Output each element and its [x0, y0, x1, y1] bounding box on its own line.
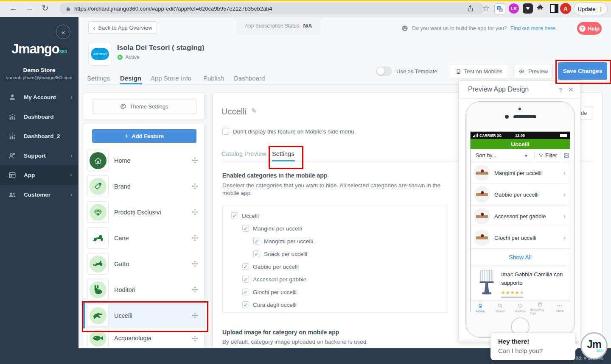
sidebar-collapse-button[interactable]: « [56, 25, 70, 39]
tab-dashboard[interactable]: Dashboard [234, 75, 265, 82]
profile-avatar[interactable]: A [560, 3, 571, 14]
phone-category-row[interactable]: Accessori per gabbie › [471, 206, 570, 227]
category-checkbox-checked[interactable]: ✓ [231, 212, 238, 219]
shield-extension-icon[interactable] [523, 3, 533, 14]
chat-bubble[interactable]: Hey there! Can I help you? [490, 333, 575, 360]
editor-title: Uccelli [221, 107, 247, 117]
feature-item-gatto[interactable]: Gatto [83, 251, 205, 277]
help-label: Help [588, 25, 600, 32]
tab-publish[interactable]: Publish [203, 75, 224, 82]
browser-forward-icon[interactable]: → [25, 4, 34, 12]
filter-label[interactable]: Filter [545, 153, 557, 158]
phone-tab-wishlist[interactable]: Wishlist [510, 300, 530, 316]
show-all-link[interactable]: Show All [509, 254, 532, 261]
phone-category-row[interactable]: Mangimi per uccelli › [471, 162, 570, 184]
filter-funnel-icon[interactable] [538, 153, 544, 158]
tab-catalog-preview[interactable]: Catalog Preview [221, 150, 266, 157]
lr-extension-icon[interactable]: LR [509, 3, 519, 14]
back-to-app-overview-button[interactable]: ‹ Back to App Overview [88, 21, 157, 34]
kebab-menu-icon[interactable]: ⋮ [598, 6, 603, 12]
feature-item-home[interactable]: Home [83, 147, 205, 174]
category-checkbox-checked[interactable]: ✓ [242, 276, 249, 283]
phone-tab-shopping-cart[interactable]: Shopping Cart [530, 300, 550, 316]
promo-banner: Do you want us to build the app for you?… [401, 25, 557, 32]
edit-pencil-icon[interactable]: ✎ [251, 107, 257, 115]
sidebar-item-app[interactable]: App › [0, 165, 78, 185]
move-icon[interactable] [191, 183, 199, 190]
extensions-puzzle-icon[interactable] [536, 4, 544, 11]
sort-by-dropdown[interactable]: Sort by... [476, 153, 496, 158]
sidebar-item-dashboard-2[interactable]: Dashboard_2 [0, 126, 78, 146]
tree-item: ✓Mangimi per uccelli [242, 225, 302, 232]
help-button[interactable]: ? Help [577, 22, 602, 35]
sidebar-item-support[interactable]: Support ‹ [0, 146, 78, 165]
move-icon[interactable] [191, 157, 199, 164]
move-icon[interactable] [191, 208, 199, 216]
sidebar-item-my-account[interactable]: My Account ‹ [0, 87, 78, 107]
phone-product-row[interactable]: Imac Gabbia Camilla consupporto ★★★★★ [471, 266, 570, 300]
list-view-icon[interactable] [563, 153, 569, 158]
chat-launcher-logo[interactable]: Jm 360 [580, 332, 608, 359]
move-icon[interactable] [191, 260, 199, 267]
move-icon[interactable] [191, 312, 199, 319]
url-text[interactable]: https://orchard.jmango360.com/#app-edit?… [74, 6, 272, 12]
phone-category-row[interactable]: Gabbie per uccelli › [471, 184, 570, 206]
phone-tab-search[interactable]: Search [490, 300, 510, 316]
tab-app-store-info[interactable]: App Store Info [151, 75, 191, 82]
category-checkbox-checked[interactable]: ✓ [242, 263, 249, 270]
category-checkbox-checked[interactable]: ✓ [242, 301, 249, 308]
split-view-icon[interactable] [550, 4, 558, 13]
move-icon[interactable] [191, 234, 199, 242]
save-changes-button[interactable]: Save Changes [558, 62, 607, 80]
feature-item-cane[interactable]: Cane [83, 225, 205, 251]
promo-link[interactable]: Find out more here. [510, 25, 557, 31]
translate-extension-icon[interactable]: 文A [494, 3, 505, 14]
share-icon[interactable] [467, 4, 474, 12]
chevron-left-icon: ‹ [70, 191, 73, 198]
category-thumbnail [474, 208, 490, 224]
category-checkbox-checked[interactable]: ✓ [253, 250, 260, 257]
dropdown-caret-icon[interactable]: ▾ [525, 153, 527, 158]
move-icon[interactable] [191, 335, 199, 342]
feature-item-prodotti-esclusivi[interactable]: Prodotti Esclusivi [83, 199, 205, 225]
panel-help-icon[interactable]: ? [559, 86, 562, 94]
feature-item-acquariologia[interactable]: Acquariologia [83, 328, 205, 348]
feature-item-uccelli[interactable]: Uccelli [83, 303, 205, 329]
shopping-bag-icon [537, 301, 543, 307]
account-email: vananh.pham@jmango360.com [0, 75, 78, 80]
use-as-template-toggle[interactable] [376, 67, 392, 76]
browser-reload-icon[interactable]: ↻ [42, 4, 49, 12]
phone-tab-home[interactable]: Home [471, 300, 490, 316]
section-desc-line2: mobile app. [222, 190, 252, 196]
sidebar-item-customer[interactable]: Customer ‹ [0, 185, 78, 204]
tab-design[interactable]: Design [120, 75, 141, 82]
phone-category-row[interactable]: Giochi per uccelli › [471, 227, 570, 249]
feature-item-roditori[interactable]: Roditori [83, 277, 205, 303]
update-button[interactable]: Update ⋮ [574, 3, 608, 15]
brand-logo: Jmango360 [0, 42, 78, 57]
category-checkbox-checked[interactable]: ✓ [253, 238, 260, 245]
move-icon[interactable] [191, 286, 199, 293]
phone-camera [505, 115, 509, 119]
tree-item: ✓Cura degli uccelli [242, 301, 297, 308]
feature-icon-tile [87, 227, 109, 249]
test-on-mobiles-button[interactable]: Test on Mobiles [449, 64, 509, 78]
feature-item-brand[interactable]: Brand [83, 173, 205, 200]
category-checkbox-checked[interactable]: ✓ [242, 289, 249, 295]
hide-feature-checkbox[interactable] [222, 128, 229, 135]
panel-close-icon[interactable]: × [568, 84, 573, 94]
bookmark-star-icon[interactable]: ☆ [482, 3, 490, 13]
sidebar-item-dashboard[interactable]: Dashboard [0, 107, 78, 126]
tab-settings[interactable]: Settings [87, 75, 110, 82]
tab-settings-sub[interactable]: Settings [272, 150, 294, 157]
tab-design-underline [120, 83, 142, 84]
tree-item: ✓Accessori per gabbie [242, 276, 306, 283]
browser-back-icon[interactable]: ← [9, 4, 17, 12]
theme-settings-button[interactable]: Theme Settings [92, 99, 196, 114]
add-feature-button[interactable]: + Add Feature [92, 129, 196, 143]
category-checkbox-checked[interactable]: ✓ [242, 225, 249, 232]
preview-button[interactable]: Preview [513, 64, 553, 78]
phone-tab-more[interactable]: ••• More [550, 300, 570, 316]
address-bar[interactable]: https://orchard.jmango360.com/#app-edit?… [59, 3, 484, 14]
phone-sensor-dot [519, 108, 521, 110]
